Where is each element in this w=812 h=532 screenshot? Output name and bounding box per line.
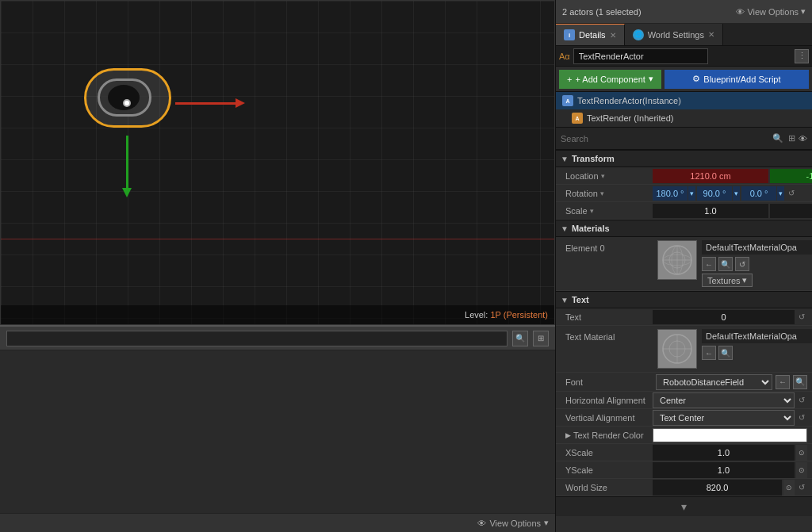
text-material-back-btn[interactable]: ←	[702, 346, 716, 360]
vert-align-select[interactable]: Text Center	[653, 410, 795, 426]
yscale-values: ⊙	[653, 462, 807, 478]
font-search-btn[interactable]: 🔍	[793, 375, 807, 389]
horiz-align-reset-btn[interactable]: ↺	[796, 395, 807, 406]
blueprint-label: Blueprint/Add Script	[703, 75, 780, 84]
actor-options-btn[interactable]: ⋮	[795, 49, 809, 63]
transform-section-header[interactable]: ▼ Transform	[556, 150, 812, 167]
xscale-input[interactable]	[653, 448, 795, 457]
text-color-swatch[interactable]	[653, 428, 807, 442]
xscale-label: XScale	[565, 448, 653, 457]
viewport[interactable]: Level: 1P (Persistent)	[0, 0, 555, 325]
world-size-reset-btn[interactable]: ↺	[796, 482, 807, 493]
text-material-actions: ← 🔍	[702, 346, 812, 360]
xscale-row: XScale ⊙	[556, 444, 812, 461]
world-size-spin-btn[interactable]: ⊙	[783, 480, 795, 496]
add-component-button[interactable]: + + Add Component ▾	[559, 70, 661, 89]
tab-world-settings[interactable]: 🌐 World Settings ✕	[625, 24, 723, 45]
textrender-icon: A	[572, 113, 583, 124]
yscale-spin-btn[interactable]: ⊙	[796, 462, 807, 478]
grid-view-icon[interactable]: ⊞	[788, 133, 795, 144]
materials-title: Materials	[572, 224, 610, 233]
world-size-input[interactable]	[653, 483, 782, 492]
properties-panel: ▼ Transform Location ▾ ↺ Rotat	[556, 150, 812, 532]
rotation-z-input[interactable]	[741, 186, 776, 201]
material-search-btn[interactable]: 🔍	[718, 257, 733, 271]
material-name-row: ▾	[702, 240, 812, 255]
world-size-input-wrap	[653, 480, 782, 496]
actor-icon: A	[562, 95, 573, 106]
arrow-right-x	[175, 102, 239, 105]
text-material-thumb	[657, 329, 697, 369]
location-x-input[interactable]	[653, 169, 768, 183]
bottom-search-icon-btn[interactable]: 🔍	[512, 331, 528, 346]
horiz-align-select[interactable]: Center	[653, 392, 795, 408]
xscale-spin-btn[interactable]: ⊙	[796, 445, 807, 461]
text-reset-btn[interactable]: ↺	[796, 312, 807, 323]
location-dropdown-icon: ▾	[601, 172, 605, 180]
text-material-search-btn[interactable]: 🔍	[718, 346, 733, 360]
plus-icon: +	[567, 75, 572, 84]
location-row: Location ▾ ↺	[556, 167, 812, 185]
eye-icon: 👁	[736, 7, 745, 17]
rotation-y-dropdown[interactable]: ▾	[733, 186, 740, 201]
vert-align-reset-btn[interactable]: ↺	[796, 412, 807, 423]
rotation-x-dropdown[interactable]: ▾	[688, 186, 695, 201]
rotation-y-input[interactable]	[697, 186, 732, 201]
location-values: ↺	[653, 169, 812, 183]
view-options-btn[interactable]: 👁 View Options ▾	[736, 6, 806, 17]
material-name-input[interactable]	[702, 240, 812, 255]
rotation-x-input[interactable]	[653, 186, 688, 201]
search-icon[interactable]: 🔍	[771, 132, 785, 146]
bottom-grid-icon-btn[interactable]: ⊞	[533, 331, 549, 346]
scale-dropdown-icon: ▾	[590, 207, 594, 215]
horiz-align-row: Horizontal Alignment Center ↺	[556, 392, 812, 409]
bottom-search-box[interactable]	[6, 331, 508, 346]
material-reset-btn[interactable]: ↺	[735, 257, 749, 271]
text-material-name-input[interactable]	[702, 329, 812, 343]
rotation-z-dropdown[interactable]: ▾	[777, 186, 784, 201]
transform-collapse-icon: ▼	[561, 155, 569, 163]
component-tree: A TextRenderActor(Instance) A TextRender…	[556, 92, 812, 128]
actor-container	[80, 64, 175, 136]
yscale-input-wrap	[653, 462, 795, 478]
world-size-label: World Size	[565, 483, 653, 492]
text-color-row: ▶ Text Render Color	[556, 427, 812, 444]
actor-hole	[108, 85, 140, 110]
eye-icon: 👁	[477, 519, 486, 528]
material-back-btn[interactable]: ←	[702, 257, 716, 271]
text-color-label: ▶ Text Render Color	[565, 431, 653, 440]
scroll-down-icon[interactable]: ▾	[681, 500, 687, 513]
material-actions: ← 🔍 ↺	[702, 257, 812, 271]
scale-x-input[interactable]	[653, 204, 768, 218]
tab-world-close[interactable]: ✕	[708, 30, 714, 39]
eye-filter-icon[interactable]: 👁	[799, 134, 807, 144]
search-input[interactable]	[561, 134, 768, 144]
actors-count: 2 actors (1 selected)	[562, 7, 642, 17]
materials-section-header[interactable]: ▼ Materials	[556, 220, 812, 237]
rotation-values: ▾ ▾ ▾ ↺	[653, 186, 807, 201]
blueprint-button[interactable]: ⚙ Blueprint/Add Script	[665, 70, 809, 89]
component-item-actor[interactable]: A TextRenderActor(Instance)	[556, 92, 812, 109]
tab-details[interactable]: i Details ✕	[556, 24, 625, 45]
yscale-input[interactable]	[653, 465, 795, 475]
bottom-view-options-label: View Options	[489, 519, 541, 528]
bottom-search-input[interactable]	[12, 334, 502, 343]
vert-align-row: Vertical Alignment Text Center ↺	[556, 409, 812, 427]
text-section-header[interactable]: ▼ Text	[556, 291, 812, 308]
text-value-input[interactable]	[653, 310, 795, 324]
tab-details-close[interactable]: ✕	[610, 31, 616, 40]
location-label: Location ▾	[565, 171, 653, 181]
vert-align-label: Vertical Alignment	[565, 413, 653, 423]
bottom-view-options-btn[interactable]: 👁 View Options ▾	[477, 518, 549, 528]
font-select[interactable]: RobotoDistanceField	[656, 374, 772, 390]
font-label: Font	[565, 377, 653, 387]
scale-y-input[interactable]	[770, 204, 812, 218]
actor-name-input[interactable]	[573, 48, 708, 64]
text-collapse-icon: ▼	[561, 296, 569, 304]
textures-btn[interactable]: Textures ▾	[702, 274, 753, 287]
location-y-input[interactable]	[770, 169, 812, 183]
rotation-reset-btn[interactable]: ↺	[786, 188, 797, 199]
component-item-textrender[interactable]: A TextRender (Inherited)	[556, 109, 812, 127]
font-browse-btn[interactable]: ←	[776, 375, 790, 389]
chevron-down-icon: ▾	[544, 518, 549, 528]
